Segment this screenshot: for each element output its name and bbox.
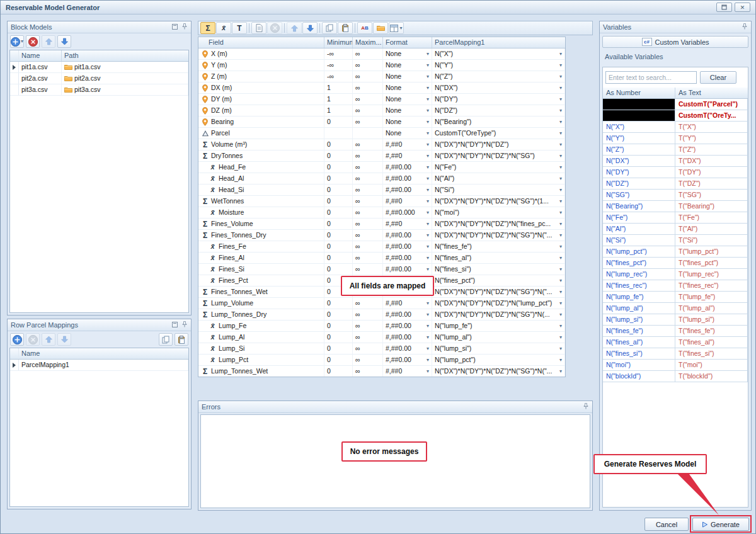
- field-row[interactable]: ΣLump_Tonnes_Dry0∞#,##0.00▾N("DX")*N("DY…: [198, 309, 565, 321]
- pin-icon[interactable]: [583, 403, 589, 411]
- minimum-cell[interactable]: 1: [324, 94, 353, 105]
- search-input[interactable]: [605, 71, 697, 84]
- format-dropdown[interactable]: None▾: [383, 82, 432, 93]
- variable-row[interactable]: N("lump_si")T("lump_si"): [603, 314, 748, 326]
- report-button[interactable]: [251, 22, 266, 34]
- as-number-value[interactable]: N("blockId"): [603, 371, 675, 382]
- format-dropdown[interactable]: None▾: [383, 94, 432, 105]
- parcel-mapping-dropdown[interactable]: N("DZ")▾: [432, 105, 565, 116]
- pin-icon[interactable]: [742, 23, 748, 31]
- field-row[interactable]: ΣLump_Volume0∞#,##0▾N("DX")*N("DY")*N("D…: [198, 298, 565, 309]
- field-row[interactable]: x̄Head_Si0∞#,##0.00▾N("Si")▾: [198, 185, 565, 196]
- column-header-minimum[interactable]: Minimum: [324, 37, 353, 48]
- as-number-value[interactable]: N("Al"): [603, 224, 675, 235]
- as-text-value[interactable]: T("lump_si"): [675, 314, 748, 326]
- format-dropdown[interactable]: None▾: [383, 116, 432, 127]
- variable-row[interactable]: CustomT("OreTy...: [603, 110, 748, 122]
- as-text-value[interactable]: T("lump_rec"): [675, 269, 748, 280]
- format-dropdown[interactable]: None▾: [383, 48, 432, 59]
- field-row[interactable]: x̄Fines_Si0∞#,##0.00▾N("fines_si")▾: [198, 264, 565, 275]
- as-number-value[interactable]: N("lump_rec"): [603, 269, 675, 280]
- parcel-mapping-dropdown[interactable]: N("DX")*N("DY")*N("DZ")*N("SG")*N(...▾: [432, 309, 565, 320]
- variable-row[interactable]: N("fines_al")T("fines_al"): [603, 337, 748, 348]
- parcel-mapping-dropdown[interactable]: N("fines_al")▾: [432, 253, 565, 263]
- as-text-value[interactable]: T("fines_si"): [675, 348, 748, 360]
- sum-field-button[interactable]: Σ: [200, 22, 215, 34]
- format-dropdown[interactable]: #,##0.00▾: [383, 241, 432, 252]
- maximum-cell[interactable]: ∞: [353, 71, 383, 82]
- paste-button[interactable]: [175, 333, 188, 346]
- paste-button[interactable]: [338, 22, 353, 34]
- add-parcel-mapping-button[interactable]: [10, 333, 24, 346]
- as-number-value[interactable]: N("Si"): [603, 235, 675, 246]
- parcel-mapping-dropdown[interactable]: N("DY")▾: [432, 94, 565, 105]
- parcel-mapping-dropdown[interactable]: N("Bearing")▾: [432, 116, 565, 127]
- cancel-button[interactable]: Cancel: [644, 518, 689, 531]
- format-dropdown[interactable]: #,##0.00▾: [383, 355, 432, 365]
- format-dropdown[interactable]: #,##0.00▾: [383, 321, 432, 331]
- minimum-cell[interactable]: 0: [324, 151, 353, 161]
- as-number-value[interactable]: N("Bearing"): [603, 201, 675, 212]
- format-dropdown[interactable]: #,##0.00▾: [383, 230, 432, 241]
- as-number-value[interactable]: [603, 99, 675, 110]
- minimum-cell[interactable]: 0: [324, 241, 353, 252]
- format-dropdown[interactable]: #,##0▾: [383, 139, 432, 150]
- format-dropdown[interactable]: #,##0.00▾: [383, 162, 432, 173]
- parcel-mapping-dropdown[interactable]: N("DX")*N("DY")*N("DZ")*N("SG")*N("...▾: [432, 230, 565, 241]
- as-number-value[interactable]: N("fines_pct"): [603, 258, 675, 269]
- format-dropdown[interactable]: None▾: [383, 71, 432, 82]
- minimum-cell[interactable]: 0: [324, 321, 353, 331]
- as-text-value[interactable]: T("Al"): [675, 224, 748, 235]
- collapse-icon[interactable]: [172, 23, 178, 31]
- column-header-name[interactable]: Name: [19, 348, 188, 359]
- maximum-cell[interactable]: ∞: [353, 309, 383, 320]
- column-header-name[interactable]: Name: [19, 50, 62, 61]
- as-number-value[interactable]: N("DZ"): [603, 178, 675, 190]
- variable-row[interactable]: N("moi")T("moi"): [603, 360, 748, 371]
- column-header-as-number[interactable]: As Number: [603, 88, 675, 98]
- minimum-cell[interactable]: 0: [324, 185, 353, 195]
- field-row[interactable]: x̄Fines_Al0∞#,##0.00▾N("fines_al")▾: [198, 253, 565, 264]
- maximum-cell[interactable]: ∞: [353, 241, 383, 252]
- maximum-cell[interactable]: ∞: [353, 219, 383, 229]
- format-dropdown[interactable]: #,##0.00▾: [383, 173, 432, 184]
- as-number-value[interactable]: N("SG"): [603, 190, 675, 201]
- field-row[interactable]: DY (m)1∞None▾N("DY")▾: [198, 94, 565, 105]
- as-number-value[interactable]: N("DX"): [603, 156, 675, 167]
- variable-row[interactable]: N("fines_si")T("fines_si"): [603, 348, 748, 360]
- as-text-value[interactable]: T("blockId"): [675, 371, 748, 382]
- field-row[interactable]: ΣWetTonnes0∞#,##0▾N("DX")*N("DY")*N("DZ"…: [198, 196, 565, 207]
- field-row[interactable]: x̄Lump_Fe0∞#,##0.00▾N("lump_fe")▾: [198, 321, 565, 332]
- generate-button[interactable]: Generate: [692, 518, 749, 531]
- as-number-value[interactable]: N("Z"): [603, 144, 675, 156]
- as-text-value[interactable]: T("fines_fe"): [675, 326, 748, 337]
- as-number-value[interactable]: N("Fe"): [603, 212, 675, 224]
- format-dropdown[interactable]: None▾: [383, 105, 432, 116]
- minimum-cell[interactable]: 1: [324, 105, 353, 116]
- maximum-cell[interactable]: ∞: [353, 196, 383, 207]
- maximum-cell[interactable]: ∞: [353, 366, 383, 377]
- move-down-button[interactable]: [57, 35, 71, 48]
- variable-row[interactable]: N("lump_rec")T("lump_rec"): [603, 269, 748, 280]
- as-text-value[interactable]: T("Si"): [675, 235, 748, 246]
- column-header-parcelmapping1[interactable]: ParcelMapping1: [432, 37, 565, 48]
- parcel-mapping-dropdown[interactable]: N("lump_fe")▾: [432, 321, 565, 331]
- field-row[interactable]: DX (m)1∞None▾N("DX")▾: [198, 82, 565, 94]
- as-number-value[interactable]: N("lump_si"): [603, 314, 675, 326]
- as-number-value[interactable]: N("fines_al"): [603, 337, 675, 348]
- field-row[interactable]: ParcelNone▾CustomT("OreType")▾: [198, 128, 565, 139]
- as-text-value[interactable]: T("DZ"): [675, 178, 748, 190]
- as-number-value[interactable]: N("fines_rec"): [603, 280, 675, 292]
- column-header-field[interactable]: Field: [198, 37, 324, 48]
- parcel-mapping-dropdown[interactable]: N("DX")*N("DY")*N("DZ")*N("SG")*N("...▾: [432, 287, 565, 297]
- parcel-mapping-dropdown[interactable]: N("DX")*N("DY")*N("DZ")*N("fines_pc...▾: [432, 219, 565, 229]
- as-text-value[interactable]: T("DY"): [675, 167, 748, 178]
- format-dropdown[interactable]: #,##0▾: [383, 196, 432, 207]
- maximum-cell[interactable]: [353, 128, 383, 139]
- parcel-mapping-dropdown[interactable]: N("X")▾: [432, 48, 565, 59]
- maximum-cell[interactable]: ∞: [353, 298, 383, 309]
- minimum-cell[interactable]: 0: [324, 162, 353, 173]
- block-model-row[interactable]: pit2a.csvpit2a.csv: [10, 73, 188, 84]
- close-button[interactable]: ✕: [735, 3, 750, 12]
- variable-row[interactable]: N("fines_rec")T("fines_rec"): [603, 280, 748, 292]
